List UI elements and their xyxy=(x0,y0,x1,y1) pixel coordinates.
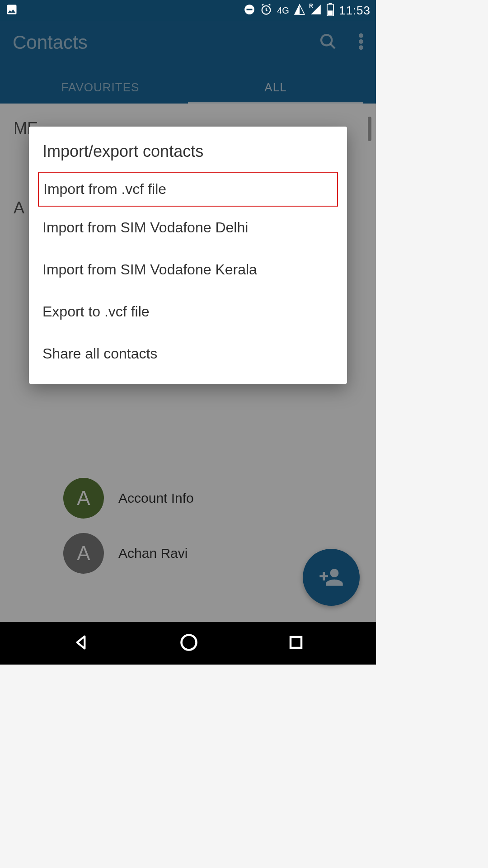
system-nav-bar xyxy=(0,622,376,665)
dialog-item-import-sim2[interactable]: Import from SIM Vodafone Kerala xyxy=(29,249,347,291)
svg-point-10 xyxy=(181,635,196,650)
signal-roaming-icon: R xyxy=(310,4,322,17)
network-type-label: 4G xyxy=(277,5,289,16)
dialog-item-import-sim1[interactable]: Import from SIM Vodafone Delhi xyxy=(29,207,347,249)
svg-rect-5 xyxy=(328,10,333,15)
home-button[interactable] xyxy=(179,632,199,654)
dialog-item-share-all[interactable]: Share all contacts xyxy=(29,333,347,375)
image-notification-icon xyxy=(5,3,18,18)
scrollbar-indicator xyxy=(368,117,371,141)
import-export-dialog: Import/export contacts Import from .vcf … xyxy=(29,127,347,384)
signal-icon xyxy=(294,4,305,17)
recents-button[interactable] xyxy=(288,634,304,652)
back-button[interactable] xyxy=(72,633,90,653)
battery-icon xyxy=(326,3,334,18)
dialog-item-export-vcf[interactable]: Export to .vcf file xyxy=(29,291,347,333)
svg-rect-1 xyxy=(247,9,253,10)
svg-rect-11 xyxy=(291,637,301,648)
alarm-icon xyxy=(260,3,272,18)
dialog-item-import-vcf[interactable]: Import from .vcf file xyxy=(38,172,338,207)
dnd-icon xyxy=(244,4,255,17)
clock-time: 11:53 xyxy=(339,4,371,18)
dialog-title: Import/export contacts xyxy=(29,137,347,172)
svg-rect-4 xyxy=(328,3,332,4)
status-bar: 4G R 11:53 xyxy=(0,0,376,21)
